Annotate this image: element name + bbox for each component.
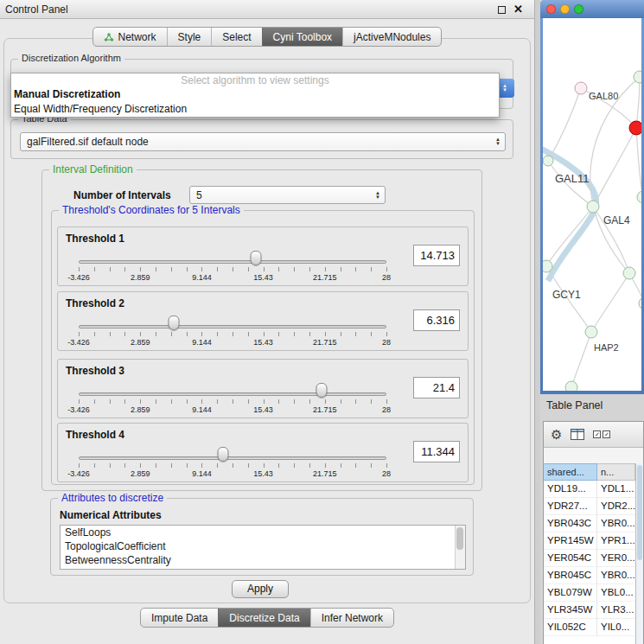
bottom-tab-row: Impute Data Discretize Data Infer Networ… <box>0 608 534 628</box>
apply-button[interactable]: Apply <box>232 580 289 598</box>
table-row[interactable]: YDR27...YDR2... <box>544 498 635 515</box>
popup-option-equal-width-frequency[interactable]: Equal Width/Frequency Discretization <box>11 102 499 117</box>
threshold-2-slider[interactable]: -3.426 2.859 9.144 15.43 21.715 28 <box>79 292 386 352</box>
tab-style[interactable]: Style <box>167 28 212 46</box>
table-cell[interactable]: YBR045C <box>544 567 597 583</box>
tab-select[interactable]: Select <box>211 28 261 46</box>
slider-track[interactable] <box>79 325 386 328</box>
slider-scale: -3.426 2.859 9.144 15.43 21.715 28 <box>79 338 386 348</box>
network-node[interactable] <box>623 267 635 279</box>
table-data-select[interactable]: galFiltered.sif default node ▲▼ <box>20 132 506 151</box>
threshold-1-slider[interactable]: -3.426 2.859 9.144 15.43 21.715 28 <box>79 227 386 287</box>
table-cell[interactable]: YBR0... <box>597 567 635 583</box>
number-of-intervals-select[interactable]: 5 ▲▼ <box>189 186 386 204</box>
close-traffic-light[interactable] <box>546 4 556 14</box>
table-cell[interactable]: YER054C <box>544 550 597 566</box>
select-columns-icon[interactable]: ✓ ✓ <box>593 430 610 438</box>
network-node[interactable] <box>637 191 641 203</box>
threshold-2-value-input[interactable] <box>413 309 460 331</box>
table-cell[interactable]: YDR2... <box>597 498 635 514</box>
table-cell[interactable]: YBR0... <box>597 515 635 532</box>
network-node[interactable] <box>587 201 599 213</box>
list-item[interactable]: BetweennessCentrality <box>61 553 465 567</box>
table-header: shared... n... <box>544 463 635 481</box>
table-row[interactable]: YBR043CYBR0... <box>544 515 635 532</box>
table-cell[interactable]: YBL0... <box>597 584 635 601</box>
network-node[interactable] <box>565 381 577 391</box>
tab-discretize-data[interactable]: Discretize Data <box>218 609 309 627</box>
slider-thumb[interactable] <box>169 316 180 330</box>
network-node[interactable] <box>543 260 552 272</box>
columns-icon[interactable] <box>571 429 584 440</box>
slider-track[interactable] <box>79 456 386 460</box>
numerical-attributes-list[interactable]: SelfLoops TopologicalCoefficient Between… <box>60 525 466 570</box>
tab-cyni-toolbox[interactable]: Cyni Toolbox <box>262 28 342 46</box>
node-label: HAP2 <box>594 342 619 353</box>
table-cell[interactable]: YDR27... <box>544 498 597 514</box>
tab-impute-data[interactable]: Impute Data <box>141 609 218 627</box>
tab-network[interactable]: Network <box>93 28 167 46</box>
list-item[interactable]: SelfLoops <box>61 526 465 539</box>
table-cell[interactable]: YLR345W <box>544 602 597 618</box>
node-label: GAL4 <box>603 214 630 226</box>
threshold-2-panel: Threshold 2 -3.426 2.859 9.144 15.43 21.… <box>57 291 469 351</box>
discretization-algorithm-group-title: Discretization Algorithm <box>18 53 124 63</box>
tab-infer-network[interactable]: Infer Network <box>310 609 393 627</box>
slider-thumb[interactable] <box>218 447 229 462</box>
table-row[interactable]: YER054CYER0... <box>544 550 635 567</box>
float-window-button[interactable] <box>498 6 506 14</box>
table-row[interactable]: YDL19...YDL1... <box>544 481 635 498</box>
popup-option-manual-discretization[interactable]: Manual Discretization <box>11 87 499 102</box>
table-cell[interactable]: YIL0... <box>597 619 635 635</box>
table-cell[interactable]: YPR145W <box>544 532 597 549</box>
network-node[interactable] <box>639 297 641 309</box>
close-panel-button[interactable]: ✕ <box>513 3 523 16</box>
table-cell[interactable]: YPR1... <box>597 532 635 549</box>
network-node-red[interactable] <box>629 121 641 135</box>
network-node[interactable] <box>634 71 641 83</box>
slider-track[interactable] <box>79 392 386 396</box>
table-cell[interactable]: YER0... <box>597 550 635 566</box>
network-canvas[interactable]: GAL80 GAL11 GAL4 GCY1 HAP2 <box>543 18 641 391</box>
table-cell[interactable]: YDL19... <box>544 481 597 497</box>
network-node[interactable] <box>575 82 587 94</box>
column-header-shared-name[interactable]: shared... <box>544 463 597 481</box>
table-cell[interactable]: YDL1... <box>597 481 635 497</box>
column-header-name[interactable]: n... <box>597 463 635 481</box>
threshold-4-panel: Threshold 4 -3.426 2.859 9.144 15.43 21.… <box>57 423 469 482</box>
threshold-4-slider[interactable]: -3.426 2.859 9.144 15.43 21.715 28 <box>79 424 386 483</box>
table-scrollbar-thumb[interactable] <box>637 465 642 560</box>
threshold-3-value-input[interactable] <box>413 377 460 399</box>
slider-scale: -3.426 2.859 9.144 15.43 21.715 28 <box>79 273 386 283</box>
minimize-traffic-light[interactable] <box>560 4 570 14</box>
combobox-arrows-icon[interactable]: ▲▼ <box>371 191 385 200</box>
threshold-4-value-input[interactable] <box>413 441 460 462</box>
table-cell[interactable]: YLR3... <box>597 602 635 618</box>
network-node[interactable] <box>543 156 553 166</box>
right-column: GAL80 GAL11 GAL4 GCY1 HAP2 Table Panel ⚙… <box>540 0 644 644</box>
table-toolbar: ⚙ ✓ ✓ <box>544 422 643 448</box>
zoom-traffic-light[interactable] <box>574 4 583 14</box>
slider-track[interactable] <box>79 260 386 264</box>
slider-thumb[interactable] <box>316 383 328 398</box>
combobox-arrows-icon[interactable]: ▲▼ <box>491 137 505 146</box>
threshold-1-value-input[interactable] <box>413 245 460 266</box>
settings-gear-icon[interactable]: ⚙ <box>551 427 562 443</box>
table-cell[interactable]: YIL052C <box>544 619 597 635</box>
table-row[interactable]: YBR045CYBR0... <box>544 567 635 584</box>
table-row[interactable]: YBL079WYBL0... <box>544 584 635 602</box>
table-cell[interactable]: YBL079W <box>544 584 597 601</box>
network-node[interactable] <box>585 326 597 338</box>
list-scrollbar-thumb[interactable] <box>456 527 463 550</box>
table-row[interactable]: YLR345WYLR3... <box>544 602 635 619</box>
threshold-3-slider[interactable]: -3.426 2.859 9.144 15.43 21.715 28 <box>79 360 386 419</box>
table-row[interactable]: YPR145WYPR1... <box>544 532 635 550</box>
attributes-group: Attributes to discretize Numerical Attri… <box>50 498 474 576</box>
slider-thumb[interactable] <box>251 251 262 265</box>
table-cell[interactable]: YBR043C <box>544 515 597 532</box>
tab-jactivemnodules[interactable]: jActiveMNodules <box>342 28 441 46</box>
table-scrollbar[interactable] <box>635 463 643 644</box>
table-row[interactable]: YIL052CYIL0... <box>544 619 635 636</box>
list-item[interactable]: TopologicalCoefficient <box>61 539 465 553</box>
list-scrollbar[interactable] <box>455 526 465 569</box>
